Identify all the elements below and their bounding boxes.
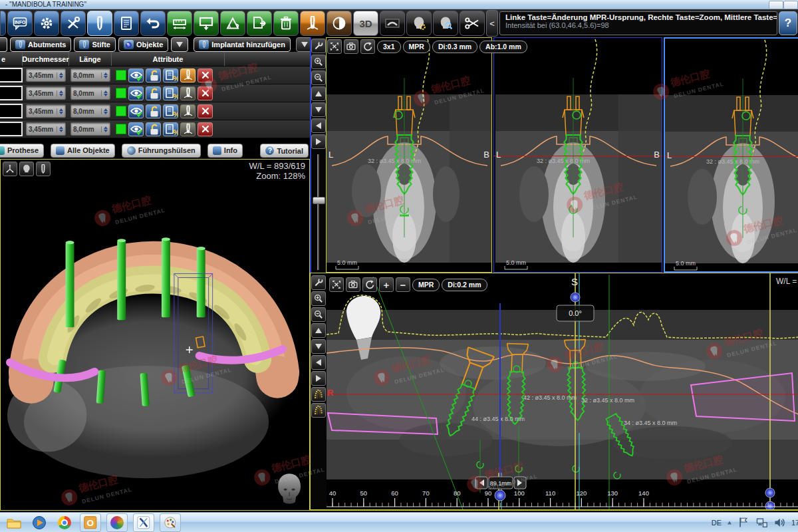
clock-partial[interactable]: 17 <box>791 519 798 527</box>
info-button[interactable] <box>7 11 33 36</box>
mpr-mode-button[interactable]: MPR <box>403 41 430 53</box>
color-swatch[interactable] <box>116 88 126 98</box>
lock-button[interactable] <box>146 122 161 136</box>
cut-button[interactable] <box>460 11 485 36</box>
measure-angle-button[interactable] <box>220 11 245 36</box>
action-center-flag-icon[interactable] <box>737 516 751 529</box>
length-spinner[interactable]: 8,0mm <box>70 104 110 118</box>
pan-left-button[interactable] <box>311 118 326 133</box>
pan-up-button[interactable] <box>311 86 326 101</box>
diameter-spinner[interactable]: 3,45mm <box>26 68 66 82</box>
partial-toolbar-button[interactable] <box>0 11 6 36</box>
strip-settings-button[interactable] <box>311 39 326 53</box>
color-swatch[interactable] <box>116 70 126 80</box>
implant-view-button[interactable] <box>36 162 51 176</box>
lock-button[interactable] <box>146 104 161 118</box>
pan-down-button[interactable] <box>311 102 326 117</box>
snapshot-button[interactable] <box>344 39 358 54</box>
diameter-spinner[interactable]: 3,45mm <box>26 86 66 100</box>
transparency-button[interactable] <box>163 68 178 82</box>
tooth-name-field[interactable] <box>0 86 23 100</box>
tab-stifte[interactable]: Stifte <box>74 37 116 52</box>
delete-button[interactable] <box>273 11 299 36</box>
tooth-name-field[interactable] <box>0 122 23 136</box>
delete-row-button[interactable] <box>198 86 213 100</box>
transparency-button[interactable] <box>163 86 178 100</box>
slice-distance-button[interactable]: Ab:1.0 mm <box>479 41 527 53</box>
language-indicator[interactable]: DE <box>712 519 722 527</box>
delete-row-button[interactable] <box>198 104 213 118</box>
undo-button[interactable] <box>140 11 166 36</box>
tab-partial[interactable] <box>0 37 7 52</box>
pan-left-button[interactable] <box>311 355 326 370</box>
visibility-button[interactable] <box>128 68 144 82</box>
slice-thickness-button[interactable]: Di:0.2 mm <box>442 279 487 291</box>
strip-settings-button[interactable] <box>311 275 326 290</box>
pan-down-button[interactable] <box>311 339 326 354</box>
contrast-button[interactable] <box>327 11 352 36</box>
diameter-spinner[interactable]: 3,45mm <box>26 104 66 118</box>
visibility-button[interactable] <box>128 86 144 100</box>
tooth-name-field[interactable] <box>0 68 23 82</box>
rotation-handle[interactable] <box>571 293 580 302</box>
reset-view-button[interactable] <box>360 39 375 54</box>
add-implant-button[interactable]: Implantat hinzufügen <box>194 37 291 52</box>
export-button[interactable] <box>247 11 272 36</box>
position-handle[interactable] <box>495 490 505 501</box>
taskbar-explorer[interactable] <box>4 514 24 531</box>
mpr-mode-button[interactable]: MPR <box>412 279 440 291</box>
pan-right-button[interactable] <box>311 134 326 149</box>
slice-slider[interactable] <box>313 154 325 273</box>
screen-capture-button[interactable] <box>194 11 219 36</box>
visibility-button[interactable] <box>128 122 144 136</box>
delete-row-button[interactable] <box>198 68 213 82</box>
view-3d[interactable]: W/L = 893/619 Zoom: 128% <box>0 159 310 511</box>
implant-mode-button[interactable] <box>87 11 112 36</box>
head-search-button[interactable] <box>433 11 458 36</box>
taskbar-color-app[interactable] <box>106 513 128 532</box>
fullscreen-button[interactable] <box>329 277 344 292</box>
network-icon[interactable] <box>755 516 769 529</box>
transparency-button[interactable] <box>163 104 178 118</box>
length-spinner[interactable]: 8,0mm <box>70 122 110 136</box>
implant-axis-row-button[interactable] <box>180 104 196 118</box>
head-settings-button[interactable] <box>406 11 432 36</box>
zoom-out-button[interactable] <box>311 70 326 85</box>
orientation-gizmo-button[interactable] <box>3 162 17 176</box>
mpr-view-2[interactable]: 32 : ø3.45 x 8.0 mm 5.0 mm L B <box>493 37 662 273</box>
taskbar-planning-app-active[interactable] <box>133 513 154 532</box>
color-swatch[interactable] <box>116 124 126 134</box>
show-hidden-icons[interactable] <box>728 521 732 525</box>
view-3d-button[interactable]: 3D <box>353 11 378 36</box>
head-orientation-indicator[interactable] <box>278 473 301 503</box>
mpr-view-3[interactable]: 32 : ø3.45 x 8.0 mm 5.0 mm L <box>664 37 798 273</box>
panorama-view-button[interactable] <box>380 11 405 36</box>
slice-plus-button[interactable]: + <box>379 277 394 292</box>
tab-abutments[interactable]: Abutments <box>10 37 71 52</box>
color-swatch[interactable] <box>116 106 126 116</box>
implant-axis-row-button[interactable] <box>180 122 196 136</box>
implant-axis-row-button[interactable] <box>180 86 196 100</box>
taskbar-paint[interactable] <box>160 513 181 532</box>
lock-button[interactable] <box>146 68 161 82</box>
minimize-button[interactable] <box>769 1 783 9</box>
implant-axis-button[interactable] <box>300 11 325 36</box>
tab-objekte[interactable]: Objekte <box>118 37 168 52</box>
diameter-spinner[interactable]: 3,45mm <box>26 122 66 136</box>
snapshot-button[interactable] <box>346 277 360 292</box>
report-button[interactable] <box>114 11 139 36</box>
arch-curve-edit-button[interactable] <box>311 403 326 418</box>
taskbar-outlook[interactable] <box>80 513 101 532</box>
length-spinner[interactable]: 8,0mm <box>70 68 110 82</box>
position-stepper[interactable]: 89.1mm <box>475 477 526 489</box>
panoramic-view[interactable]: R + − MPR Di:0.2 mm <box>310 273 798 511</box>
slice-minus-button[interactable]: − <box>396 277 410 292</box>
mpr-view-1[interactable]: 32 : ø3.45 x 8.0 mm 5.0 mm L B <box>326 37 492 273</box>
measure-distance-button[interactable] <box>167 11 192 36</box>
implant-axis-row-button[interactable] <box>180 68 196 82</box>
zoom-in-button[interactable] <box>311 55 326 69</box>
taskbar-media-player[interactable] <box>29 514 49 531</box>
tools-button[interactable] <box>61 11 86 36</box>
prothese-button[interactable]: Prothese <box>0 144 44 158</box>
alle-objekte-button[interactable]: Alle Objekte <box>51 144 115 158</box>
